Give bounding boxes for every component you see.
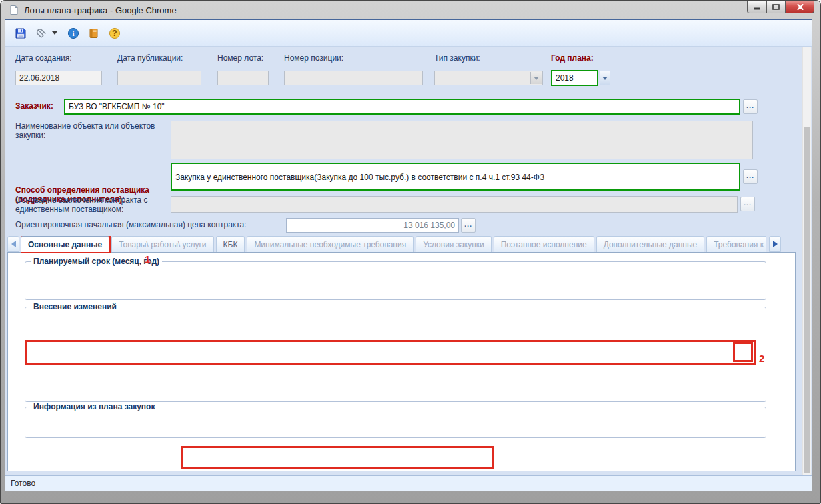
save-icon[interactable]: [14, 27, 27, 40]
purchase-type-label: Тип закупки:: [434, 53, 480, 63]
lot-number-field[interactable]: [217, 71, 269, 85]
toolbar: i ?: [5, 20, 812, 47]
journal-icon[interactable]: [87, 27, 101, 40]
plan-year-select[interactable]: 2018: [551, 70, 598, 86]
window-controls: [747, 1, 814, 13]
tab-min-requirements[interactable]: Минимальные необходимые требования: [247, 236, 414, 252]
help-icon[interactable]: ?: [108, 27, 121, 40]
window-title: Лоты плана-графика - Google Chrome: [24, 5, 177, 15]
attachment-menu-caret-icon[interactable]: [53, 27, 59, 40]
changes-legend: Внесение изменений: [31, 302, 119, 311]
maximize-button[interactable]: [766, 1, 786, 13]
customer-picker-button[interactable]: ...: [743, 99, 758, 114]
customer-field[interactable]: БУЗ ВО "ВГКБСМП № 10": [64, 99, 740, 115]
titlebar[interactable]: Лоты плана-графика - Google Chrome: [1, 1, 820, 19]
close-button[interactable]: [786, 1, 814, 13]
object-name-label: Наименование объекта или объектов закупк…: [15, 121, 167, 140]
lot-number-label: Номер лота:: [217, 53, 263, 63]
plan-info-legend: Информация из плана закупок: [31, 402, 157, 411]
customer-label: Заказчик:: [15, 101, 53, 111]
document-icon: [9, 5, 19, 15]
plan-year-caret-icon[interactable]: [600, 71, 610, 85]
planned-period-legend: Планируемый срок (месяц, год): [31, 257, 162, 266]
arrow-left-icon: [11, 241, 16, 247]
svg-text:?: ?: [112, 29, 117, 38]
object-name-textarea[interactable]: [171, 121, 753, 159]
contract-price-label: Ориентировочная начальная (максимальная)…: [15, 220, 247, 229]
tab-additional-data[interactable]: Дополнительные данные: [596, 236, 705, 252]
tab-purchase-conditions[interactable]: Условия закупки: [416, 236, 492, 252]
fieldset-planned-period: Планируемый срок (месяц, год): [25, 261, 766, 300]
contract-price-picker-button[interactable]: ...: [461, 218, 476, 233]
date-created-label: Дата создания:: [15, 53, 72, 63]
minimize-button[interactable]: [747, 1, 766, 13]
annotation-marker-1: 1: [145, 253, 150, 265]
contract-price-field[interactable]: 13 016 135,00: [286, 218, 459, 233]
attachment-icon[interactable]: [35, 27, 48, 40]
fieldset-changes: Внесение изменений: [25, 307, 766, 402]
arrow-right-icon: [773, 241, 778, 247]
statusbar: Готово: [5, 475, 812, 491]
tab-staged-execution[interactable]: Поэтапное исполнение: [494, 236, 594, 252]
date-created-field[interactable]: 22.06.2018: [15, 71, 102, 85]
svg-text:i: i: [72, 29, 74, 37]
date-published-field[interactable]: [117, 71, 201, 85]
form-content: Дата создания: Дата публикации: Номер ло…: [5, 47, 812, 476]
contract-basis-picker-button[interactable]: ...: [740, 197, 755, 211]
supplier-method-field[interactable]: Закупка у единственного поставщика(Закуп…: [171, 163, 740, 191]
status-text: Готово: [11, 479, 35, 488]
tabs-scroll-left-button[interactable]: [7, 236, 19, 252]
purchase-type-caret-icon[interactable]: [530, 72, 542, 84]
annotation-marker-2: 2: [759, 353, 764, 364]
app-window: Лоты плана-графика - Google Chrome: [0, 0, 821, 504]
supplier-method-picker-button[interactable]: ...: [743, 169, 758, 184]
vertical-scrollbar[interactable]: [802, 47, 811, 476]
scrollbar-thumb[interactable]: [804, 127, 810, 473]
tab-goods-works-services[interactable]: Товары\ работы\ услуги: [111, 236, 213, 252]
position-number-label: Номер позиции:: [284, 53, 343, 63]
tab-kbk[interactable]: КБК: [216, 236, 245, 252]
plan-year-label: Год плана:: [551, 53, 594, 63]
contract-basis-field[interactable]: [171, 196, 738, 213]
tab-main-data[interactable]: Основные данные: [21, 236, 109, 252]
contract-basis-label: Основание заключения контракта с единств…: [15, 195, 170, 214]
info-icon[interactable]: i: [67, 27, 80, 40]
tabs-scroll-right-button[interactable]: [769, 236, 781, 252]
position-number-field[interactable]: [284, 71, 423, 85]
fieldset-plan-info: Информация из плана закупок: [25, 407, 766, 438]
tab-strip: Основные данные Товары\ работы\ услуги К…: [21, 236, 766, 253]
tab-participant-requirements[interactable]: Требования к участнику: [706, 236, 766, 252]
date-published-label: Дата публикации:: [117, 53, 183, 63]
purchase-type-select[interactable]: [434, 71, 543, 85]
app-frame: i ? Дата создания: Дата публикации: Номе…: [5, 19, 812, 491]
